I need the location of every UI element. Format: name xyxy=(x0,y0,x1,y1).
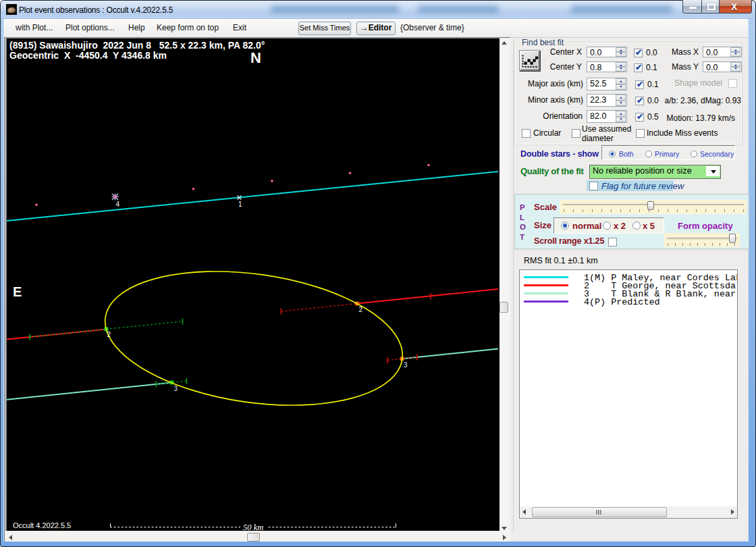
svg-text:3: 3 xyxy=(174,385,178,392)
svg-text:2: 2 xyxy=(359,306,363,313)
svg-text:50 km: 50 km xyxy=(243,523,263,531)
svg-text:Occult 4.2022.5.5: Occult 4.2022.5.5 xyxy=(13,521,71,529)
svg-text:N: N xyxy=(250,49,261,66)
svg-text:1: 1 xyxy=(238,201,242,208)
svg-text:3: 3 xyxy=(404,361,408,369)
svg-text:Geocentric X -4450.4 Y 4346: Geocentric X -4450.4 Y 4346.8 km xyxy=(9,50,167,61)
svg-text:2: 2 xyxy=(107,331,111,338)
svg-text:E: E xyxy=(13,284,22,299)
svg-text:4: 4 xyxy=(116,201,120,208)
